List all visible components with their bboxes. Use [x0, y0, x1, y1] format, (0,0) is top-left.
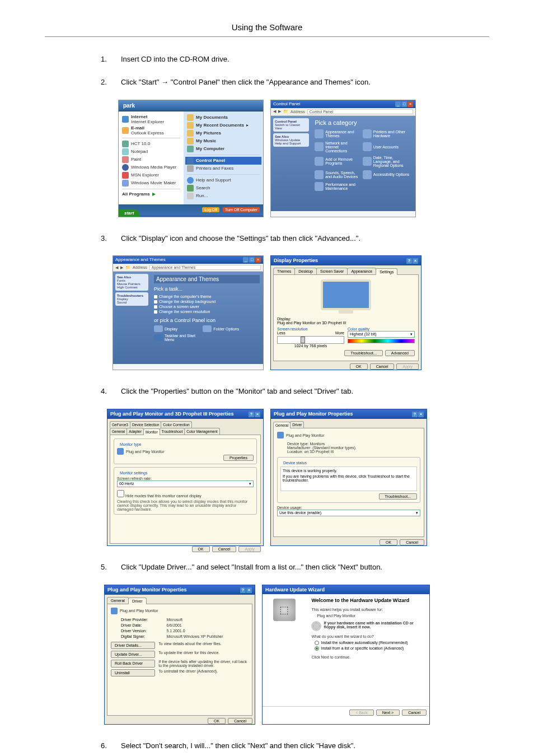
turnoff-button[interactable]: Turn Off Computer: [223, 207, 260, 212]
window-buttons[interactable]: ?×: [411, 411, 424, 417]
tab-colorcor[interactable]: Color Correction: [161, 421, 191, 428]
startmenu-controlpanel[interactable]: Control Panel: [185, 157, 261, 165]
startmenu-search[interactable]: Search: [187, 184, 260, 192]
step-5: 5. Click "Update Driver..." and select "…: [101, 562, 467, 573]
startmenu-notepad[interactable]: Notepad: [122, 148, 180, 156]
radio-auto[interactable]: Install the software automatically (Reco…: [315, 641, 424, 645]
refresh-select[interactable]: 60 Hertz▾: [117, 480, 254, 487]
task-theme[interactable]: Change the computer's theme: [154, 294, 260, 299]
ok-button[interactable]: OK: [380, 539, 397, 545]
tab-driver[interactable]: Driver: [128, 598, 147, 604]
radio-advanced[interactable]: Install from a list or specific location…: [315, 646, 424, 651]
forward-icon[interactable]: ▶: [278, 109, 281, 114]
cpicon-folder[interactable]: Folder Options: [203, 325, 250, 332]
cat-datetime[interactable]: Date, Time, Language, and Regional Optio…: [363, 156, 409, 167]
cat-appearance[interactable]: Appearance and Themes: [315, 129, 361, 138]
dialog-title: Hardware Update Wizard: [265, 587, 325, 592]
startmenu-msn[interactable]: MSN Explorer: [122, 171, 180, 179]
tab-themes[interactable]: Themes: [273, 268, 295, 274]
startmenu-recent[interactable]: My Recent Documents ▸: [187, 122, 260, 129]
cat-printers[interactable]: Printers and Other Hardware: [363, 129, 409, 138]
startmenu-all[interactable]: All Programs ▶: [122, 191, 180, 197]
startmenu-music[interactable]: My Music: [187, 137, 260, 145]
startmenu-mm[interactable]: Windows Movie Maker: [122, 179, 180, 187]
next-button[interactable]: Next >: [376, 710, 400, 716]
tab-general[interactable]: General: [273, 422, 291, 428]
tab-colormgmt[interactable]: Color Management: [184, 428, 219, 435]
tab-general[interactable]: General: [107, 597, 129, 604]
ok-button[interactable]: OK: [208, 718, 226, 724]
tab-devsel[interactable]: Device Selection: [130, 421, 161, 428]
cat-performance[interactable]: Performance and Maintenance: [315, 182, 361, 191]
startmenu-printers[interactable]: Printers and Faxes: [187, 165, 260, 172]
ok-button[interactable]: OK: [350, 363, 368, 370]
cancel-button[interactable]: Cancel: [400, 539, 424, 545]
taskbar-icon: [154, 334, 163, 341]
tab-settings[interactable]: Settings: [376, 268, 397, 275]
troubleshoot-button[interactable]: Troubleshoot...: [344, 350, 382, 356]
tab-desktop[interactable]: Desktop: [294, 268, 317, 274]
folder-icon: [187, 122, 194, 129]
properties-button[interactable]: Properties: [223, 455, 254, 461]
startmenu-pics[interactable]: My Pictures: [187, 129, 260, 137]
uninstall-button[interactable]: Uninstall: [111, 669, 155, 676]
rollback-button[interactable]: Roll Back Driver: [111, 660, 155, 668]
ok-button[interactable]: OK: [192, 546, 210, 552]
start-button[interactable]: start: [119, 209, 139, 217]
updatedriver-button[interactable]: Update Driver...: [111, 651, 155, 658]
startmenu-mydocs[interactable]: My Documents: [187, 114, 260, 122]
startmenu-help[interactable]: Help and Support: [187, 176, 260, 184]
startmenu-internet[interactable]: InternetInternet Explorer: [122, 114, 180, 125]
switch-view[interactable]: Switch to Classic View: [275, 123, 300, 130]
cancel-button[interactable]: Cancel: [370, 363, 395, 370]
cat-addremove[interactable]: Add or Remove Programs: [315, 157, 361, 166]
cat-accessibility[interactable]: Accessibility Options: [363, 170, 409, 179]
driverdetails-button[interactable]: Driver Details...: [111, 642, 155, 649]
startmenu-wmp[interactable]: Windows Media Player: [122, 164, 180, 171]
tab-driver[interactable]: Driver: [290, 421, 304, 428]
cancel-button[interactable]: Cancel: [228, 718, 252, 724]
window-buttons[interactable]: ?×: [248, 411, 260, 417]
tab-monitor[interactable]: Monitor: [143, 428, 160, 435]
cpicon-taskbar[interactable]: Taskbar and Start Menu: [154, 334, 202, 342]
address-field[interactable]: Control Panel: [307, 109, 413, 114]
startmenu-paint[interactable]: Paint: [122, 156, 180, 164]
tab-appearance[interactable]: Appearance: [347, 268, 376, 274]
task-background[interactable]: Change the desktop background: [154, 299, 260, 304]
window-buttons[interactable]: _□×: [242, 257, 261, 263]
up-icon[interactable]: 📁: [283, 109, 288, 114]
tab-adapter[interactable]: Adapter: [127, 428, 144, 435]
task-resolution[interactable]: Change the screen resolution: [154, 309, 260, 314]
logoff-button[interactable]: Log Off: [202, 207, 219, 212]
window-buttons[interactable]: ?×: [406, 258, 418, 264]
display-label: Display:: [277, 317, 415, 321]
cat-users[interactable]: User Accounts: [363, 142, 409, 151]
startmenu-run[interactable]: Run...: [187, 192, 260, 200]
startmenu-hct[interactable]: HCT 10.0: [122, 140, 180, 148]
tab-gf3[interactable]: GeForce3: [110, 421, 130, 428]
window-buttons[interactable]: ?×: [240, 587, 252, 593]
step-text: Click the "Properties" button on the "Mo…: [121, 386, 467, 398]
startmenu-email[interactable]: E-mailOutlook Express: [122, 125, 180, 136]
tab-trouble[interactable]: Troubleshoot: [160, 428, 185, 435]
task-screensaver[interactable]: Choose a screen saver: [154, 304, 260, 309]
window-buttons[interactable]: _□×: [395, 101, 413, 107]
wmp-icon: [122, 164, 129, 171]
tab-general[interactable]: General: [110, 428, 127, 435]
troubleshoot-button[interactable]: Troubleshoot...: [379, 493, 417, 500]
cat-sounds[interactable]: Sounds, Speech, and Audio Devices: [315, 170, 361, 179]
cat-network[interactable]: Network and Internet Connections: [315, 141, 361, 153]
step-num: 2.: [101, 77, 111, 88]
resolution-slider[interactable]: [277, 336, 344, 344]
advanced-button[interactable]: Advanced: [385, 350, 415, 356]
cancel-button[interactable]: Cancel: [402, 710, 427, 716]
hidemodes-checkbox[interactable]: [117, 490, 124, 497]
monitor-icon: [277, 432, 284, 438]
deviceusage-select[interactable]: Use this device (enable)▾: [277, 510, 420, 516]
cpicon-display[interactable]: Display: [154, 325, 202, 332]
tab-saver[interactable]: Screen Saver: [316, 268, 348, 274]
back-icon[interactable]: ◀: [273, 109, 276, 114]
startmenu-mycomp[interactable]: My Computer: [187, 145, 260, 153]
cancel-button[interactable]: Cancel: [212, 546, 237, 552]
colorquality-select[interactable]: Highest (32 bit)▾: [348, 331, 415, 338]
